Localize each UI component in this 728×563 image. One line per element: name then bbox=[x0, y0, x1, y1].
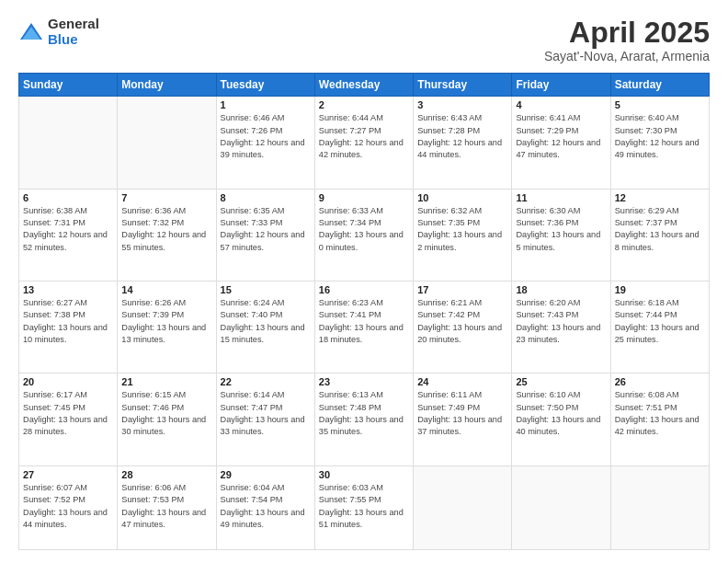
calendar-cell: 28Sunrise: 6:06 AM Sunset: 7:53 PM Dayli… bbox=[118, 465, 216, 549]
day-info: Sunrise: 6:14 AM Sunset: 7:47 PM Dayligh… bbox=[221, 389, 311, 438]
calendar-cell: 24Sunrise: 6:11 AM Sunset: 7:49 PM Dayli… bbox=[414, 373, 512, 465]
calendar-cell: 29Sunrise: 6:04 AM Sunset: 7:54 PM Dayli… bbox=[216, 465, 314, 549]
day-number: 13 bbox=[23, 284, 113, 295]
calendar-cell: 12Sunrise: 6:29 AM Sunset: 7:37 PM Dayli… bbox=[610, 189, 709, 281]
day-number: 7 bbox=[121, 192, 211, 203]
calendar-cell: 23Sunrise: 6:13 AM Sunset: 7:48 PM Dayli… bbox=[314, 373, 413, 465]
calendar-cell: 2Sunrise: 6:44 AM Sunset: 7:27 PM Daylig… bbox=[314, 97, 413, 189]
calendar-cell: 10Sunrise: 6:32 AM Sunset: 7:35 PM Dayli… bbox=[414, 189, 512, 281]
day-number: 19 bbox=[615, 284, 705, 295]
col-tuesday: Tuesday bbox=[216, 74, 314, 97]
col-sunday: Sunday bbox=[19, 74, 118, 97]
weekday-header-row: Sunday Monday Tuesday Wednesday Thursday… bbox=[19, 74, 710, 97]
calendar-cell bbox=[118, 97, 216, 189]
day-info: Sunrise: 6:29 AM Sunset: 7:37 PM Dayligh… bbox=[615, 205, 705, 254]
day-info: Sunrise: 6:15 AM Sunset: 7:46 PM Dayligh… bbox=[121, 389, 211, 438]
day-info: Sunrise: 6:24 AM Sunset: 7:40 PM Dayligh… bbox=[221, 297, 311, 346]
logo-icon bbox=[18, 19, 44, 45]
logo-blue-text: Blue bbox=[48, 32, 99, 48]
calendar-cell: 21Sunrise: 6:15 AM Sunset: 7:46 PM Dayli… bbox=[118, 373, 216, 465]
day-number: 16 bbox=[319, 284, 409, 295]
calendar-cell: 5Sunrise: 6:40 AM Sunset: 7:30 PM Daylig… bbox=[610, 97, 709, 189]
calendar-cell: 6Sunrise: 6:38 AM Sunset: 7:31 PM Daylig… bbox=[19, 189, 118, 281]
day-info: Sunrise: 6:17 AM Sunset: 7:45 PM Dayligh… bbox=[23, 389, 113, 438]
day-number: 25 bbox=[516, 376, 606, 387]
day-number: 18 bbox=[516, 284, 606, 295]
day-number: 20 bbox=[23, 376, 113, 387]
day-info: Sunrise: 6:11 AM Sunset: 7:49 PM Dayligh… bbox=[417, 389, 507, 438]
day-number: 17 bbox=[417, 284, 507, 295]
calendar-cell: 15Sunrise: 6:24 AM Sunset: 7:40 PM Dayli… bbox=[216, 282, 314, 373]
calendar-cell: 27Sunrise: 6:07 AM Sunset: 7:52 PM Dayli… bbox=[19, 465, 118, 549]
col-saturday: Saturday bbox=[610, 74, 709, 97]
calendar-cell: 22Sunrise: 6:14 AM Sunset: 7:47 PM Dayli… bbox=[216, 373, 314, 465]
day-number: 1 bbox=[221, 99, 311, 110]
day-info: Sunrise: 6:07 AM Sunset: 7:52 PM Dayligh… bbox=[23, 482, 113, 531]
day-number: 29 bbox=[221, 469, 311, 480]
col-wednesday: Wednesday bbox=[314, 74, 413, 97]
calendar-cell: 20Sunrise: 6:17 AM Sunset: 7:45 PM Dayli… bbox=[19, 373, 118, 465]
calendar-table: Sunday Monday Tuesday Wednesday Thursday… bbox=[18, 73, 710, 550]
day-number: 15 bbox=[221, 284, 311, 295]
day-info: Sunrise: 6:44 AM Sunset: 7:27 PM Dayligh… bbox=[319, 112, 409, 161]
day-number: 22 bbox=[221, 376, 311, 387]
day-info: Sunrise: 6:33 AM Sunset: 7:34 PM Dayligh… bbox=[319, 205, 409, 254]
header: General Blue April 2025 Sayat'-Nova, Ara… bbox=[18, 17, 710, 63]
calendar-cell: 26Sunrise: 6:08 AM Sunset: 7:51 PM Dayli… bbox=[610, 373, 709, 465]
calendar-cell: 19Sunrise: 6:18 AM Sunset: 7:44 PM Dayli… bbox=[610, 282, 709, 373]
calendar-cell: 13Sunrise: 6:27 AM Sunset: 7:38 PM Dayli… bbox=[19, 282, 118, 373]
day-info: Sunrise: 6:32 AM Sunset: 7:35 PM Dayligh… bbox=[417, 205, 507, 254]
day-number: 28 bbox=[121, 469, 211, 480]
day-info: Sunrise: 6:23 AM Sunset: 7:41 PM Dayligh… bbox=[319, 297, 409, 346]
day-number: 24 bbox=[417, 376, 507, 387]
day-number: 21 bbox=[121, 376, 211, 387]
day-info: Sunrise: 6:06 AM Sunset: 7:53 PM Dayligh… bbox=[121, 482, 211, 531]
day-info: Sunrise: 6:43 AM Sunset: 7:28 PM Dayligh… bbox=[417, 112, 507, 161]
day-info: Sunrise: 6:21 AM Sunset: 7:42 PM Dayligh… bbox=[417, 297, 507, 346]
day-info: Sunrise: 6:10 AM Sunset: 7:50 PM Dayligh… bbox=[516, 389, 606, 438]
day-number: 8 bbox=[221, 192, 311, 203]
day-info: Sunrise: 6:27 AM Sunset: 7:38 PM Dayligh… bbox=[23, 297, 113, 346]
calendar-cell: 1Sunrise: 6:46 AM Sunset: 7:26 PM Daylig… bbox=[216, 97, 314, 189]
day-number: 5 bbox=[615, 99, 705, 110]
calendar-cell: 16Sunrise: 6:23 AM Sunset: 7:41 PM Dayli… bbox=[314, 282, 413, 373]
day-info: Sunrise: 6:36 AM Sunset: 7:32 PM Dayligh… bbox=[121, 205, 211, 254]
day-info: Sunrise: 6:03 AM Sunset: 7:55 PM Dayligh… bbox=[319, 482, 409, 531]
day-info: Sunrise: 6:41 AM Sunset: 7:29 PM Dayligh… bbox=[516, 112, 606, 161]
col-monday: Monday bbox=[118, 74, 216, 97]
day-info: Sunrise: 6:26 AM Sunset: 7:39 PM Dayligh… bbox=[121, 297, 211, 346]
day-info: Sunrise: 6:08 AM Sunset: 7:51 PM Dayligh… bbox=[615, 389, 705, 438]
col-friday: Friday bbox=[512, 74, 610, 97]
day-info: Sunrise: 6:13 AM Sunset: 7:48 PM Dayligh… bbox=[319, 389, 409, 438]
logo-general-text: General bbox=[48, 17, 99, 32]
col-thursday: Thursday bbox=[414, 74, 512, 97]
title-block: April 2025 Sayat'-Nova, Ararat, Armenia bbox=[544, 17, 710, 63]
calendar-cell: 3Sunrise: 6:43 AM Sunset: 7:28 PM Daylig… bbox=[414, 97, 512, 189]
day-number: 3 bbox=[417, 99, 507, 110]
day-info: Sunrise: 6:40 AM Sunset: 7:30 PM Dayligh… bbox=[615, 112, 705, 161]
calendar-cell: 18Sunrise: 6:20 AM Sunset: 7:43 PM Dayli… bbox=[512, 282, 610, 373]
logo: General Blue bbox=[18, 17, 99, 47]
day-number: 9 bbox=[319, 192, 409, 203]
calendar-week-row: 13Sunrise: 6:27 AM Sunset: 7:38 PM Dayli… bbox=[19, 282, 710, 373]
calendar-week-row: 27Sunrise: 6:07 AM Sunset: 7:52 PM Dayli… bbox=[19, 465, 710, 549]
calendar-cell: 30Sunrise: 6:03 AM Sunset: 7:55 PM Dayli… bbox=[314, 465, 413, 549]
page: General Blue April 2025 Sayat'-Nova, Ara… bbox=[0, 0, 728, 563]
day-info: Sunrise: 6:04 AM Sunset: 7:54 PM Dayligh… bbox=[221, 482, 311, 531]
calendar-cell bbox=[19, 97, 118, 189]
day-number: 30 bbox=[319, 469, 409, 480]
day-number: 23 bbox=[319, 376, 409, 387]
day-number: 11 bbox=[516, 192, 606, 203]
calendar-cell: 4Sunrise: 6:41 AM Sunset: 7:29 PM Daylig… bbox=[512, 97, 610, 189]
calendar-cell: 11Sunrise: 6:30 AM Sunset: 7:36 PM Dayli… bbox=[512, 189, 610, 281]
day-number: 4 bbox=[516, 99, 606, 110]
subtitle: Sayat'-Nova, Ararat, Armenia bbox=[544, 49, 710, 63]
day-number: 12 bbox=[615, 192, 705, 203]
calendar-cell: 8Sunrise: 6:35 AM Sunset: 7:33 PM Daylig… bbox=[216, 189, 314, 281]
calendar-cell bbox=[610, 465, 709, 549]
calendar-cell: 17Sunrise: 6:21 AM Sunset: 7:42 PM Dayli… bbox=[414, 282, 512, 373]
calendar-cell bbox=[512, 465, 610, 549]
day-info: Sunrise: 6:46 AM Sunset: 7:26 PM Dayligh… bbox=[221, 112, 311, 161]
day-number: 10 bbox=[417, 192, 507, 203]
day-number: 26 bbox=[615, 376, 705, 387]
